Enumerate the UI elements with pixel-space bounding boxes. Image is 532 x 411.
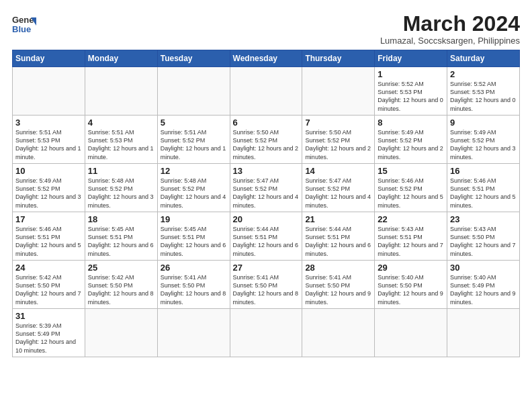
day-info: Sunrise: 5:49 AM Sunset: 5:52 PM Dayligh… [378, 128, 444, 161]
calendar-table: SundayMondayTuesdayWednesdayThursdayFrid… [12, 50, 520, 357]
generalblue-logo-icon: General Blue [12, 12, 36, 36]
day-info: Sunrise: 5:41 AM Sunset: 5:50 PM Dayligh… [161, 273, 227, 306]
day-number: 28 [305, 263, 371, 273]
day-number: 13 [233, 166, 300, 176]
day-number: 5 [161, 118, 227, 128]
calendar-cell [85, 67, 157, 116]
day-info: Sunrise: 5:42 AM Sunset: 5:50 PM Dayligh… [15, 273, 82, 306]
calendar-cell [302, 67, 375, 116]
location-subtitle: Lumazal, Soccsksargen, Philippines [380, 36, 520, 46]
calendar-week-2: 10Sunrise: 5:49 AM Sunset: 5:52 PM Dayli… [13, 164, 520, 212]
day-number: 16 [450, 166, 517, 176]
calendar-cell: 11Sunrise: 5:48 AM Sunset: 5:52 PM Dayli… [85, 164, 157, 212]
day-number: 20 [233, 214, 300, 224]
calendar-cell: 26Sunrise: 5:41 AM Sunset: 5:50 PM Dayli… [157, 261, 230, 309]
calendar-week-5: 31Sunrise: 5:39 AM Sunset: 5:49 PM Dayli… [13, 309, 520, 357]
day-number: 19 [161, 214, 227, 224]
day-number: 15 [378, 166, 444, 176]
calendar-cell: 28Sunrise: 5:41 AM Sunset: 5:50 PM Dayli… [302, 261, 375, 309]
calendar-cell: 4Sunrise: 5:51 AM Sunset: 5:53 PM Daylig… [85, 116, 157, 164]
calendar-header: SundayMondayTuesdayWednesdayThursdayFrid… [13, 50, 520, 67]
weekday-header-saturday: Saturday [447, 50, 520, 67]
calendar-cell: 16Sunrise: 5:46 AM Sunset: 5:51 PM Dayli… [447, 164, 520, 212]
day-number: 26 [161, 263, 227, 273]
calendar-cell: 29Sunrise: 5:40 AM Sunset: 5:50 PM Dayli… [375, 261, 447, 309]
calendar-cell [157, 309, 230, 357]
calendar-cell: 12Sunrise: 5:48 AM Sunset: 5:52 PM Dayli… [157, 164, 230, 212]
day-info: Sunrise: 5:45 AM Sunset: 5:51 PM Dayligh… [88, 225, 154, 258]
day-number: 17 [15, 214, 82, 224]
weekday-header-tuesday: Tuesday [157, 50, 230, 67]
calendar-cell: 3Sunrise: 5:51 AM Sunset: 5:53 PM Daylig… [13, 116, 85, 164]
day-number: 18 [88, 214, 154, 224]
day-number: 14 [305, 166, 371, 176]
day-number: 10 [15, 166, 82, 176]
day-info: Sunrise: 5:44 AM Sunset: 5:51 PM Dayligh… [233, 225, 300, 258]
calendar-cell: 25Sunrise: 5:42 AM Sunset: 5:50 PM Dayli… [85, 261, 157, 309]
day-number: 2 [450, 69, 517, 79]
day-number: 9 [450, 118, 517, 128]
day-number: 22 [378, 214, 444, 224]
weekday-header-monday: Monday [85, 50, 157, 67]
day-info: Sunrise: 5:50 AM Sunset: 5:52 PM Dayligh… [305, 128, 371, 161]
calendar-body: 1Sunrise: 5:52 AM Sunset: 5:53 PM Daylig… [13, 67, 520, 357]
day-info: Sunrise: 5:43 AM Sunset: 5:51 PM Dayligh… [378, 225, 444, 258]
calendar-cell: 23Sunrise: 5:43 AM Sunset: 5:50 PM Dayli… [447, 212, 520, 261]
day-number: 30 [450, 263, 517, 273]
day-info: Sunrise: 5:48 AM Sunset: 5:52 PM Dayligh… [88, 177, 154, 210]
calendar-cell: 9Sunrise: 5:49 AM Sunset: 5:52 PM Daylig… [447, 116, 520, 164]
day-number: 1 [378, 69, 444, 79]
calendar-cell: 17Sunrise: 5:46 AM Sunset: 5:51 PM Dayli… [13, 212, 85, 261]
weekday-header-thursday: Thursday [302, 50, 375, 67]
calendar-cell [85, 309, 157, 357]
calendar-cell: 13Sunrise: 5:47 AM Sunset: 5:52 PM Dayli… [230, 164, 302, 212]
day-number: 21 [305, 214, 371, 224]
day-info: Sunrise: 5:41 AM Sunset: 5:50 PM Dayligh… [233, 273, 300, 306]
header: General Blue March 2024 Lumazal, Soccsks… [12, 12, 520, 46]
calendar-cell: 18Sunrise: 5:45 AM Sunset: 5:51 PM Dayli… [85, 212, 157, 261]
day-info: Sunrise: 5:46 AM Sunset: 5:52 PM Dayligh… [378, 177, 444, 210]
day-info: Sunrise: 5:39 AM Sunset: 5:49 PM Dayligh… [15, 322, 82, 355]
logo: General Blue [12, 12, 36, 36]
svg-text:Blue: Blue [12, 24, 31, 34]
day-info: Sunrise: 5:43 AM Sunset: 5:50 PM Dayligh… [450, 225, 517, 258]
weekday-header-row: SundayMondayTuesdayWednesdayThursdayFrid… [13, 50, 520, 67]
day-number: 12 [161, 166, 227, 176]
day-info: Sunrise: 5:49 AM Sunset: 5:52 PM Dayligh… [450, 128, 517, 161]
day-number: 11 [88, 166, 154, 176]
calendar-cell [230, 67, 302, 116]
day-number: 27 [233, 263, 300, 273]
calendar-cell: 8Sunrise: 5:49 AM Sunset: 5:52 PM Daylig… [375, 116, 447, 164]
calendar-week-3: 17Sunrise: 5:46 AM Sunset: 5:51 PM Dayli… [13, 212, 520, 261]
calendar-cell: 21Sunrise: 5:44 AM Sunset: 5:51 PM Dayli… [302, 212, 375, 261]
day-info: Sunrise: 5:40 AM Sunset: 5:50 PM Dayligh… [378, 273, 444, 306]
calendar-cell: 10Sunrise: 5:49 AM Sunset: 5:52 PM Dayli… [13, 164, 85, 212]
month-title: March 2024 [380, 12, 520, 36]
calendar-cell [230, 309, 302, 357]
day-info: Sunrise: 5:51 AM Sunset: 5:53 PM Dayligh… [15, 128, 82, 161]
calendar-cell: 7Sunrise: 5:50 AM Sunset: 5:52 PM Daylig… [302, 116, 375, 164]
calendar-cell [13, 67, 85, 116]
weekday-header-friday: Friday [375, 50, 447, 67]
day-info: Sunrise: 5:47 AM Sunset: 5:52 PM Dayligh… [305, 177, 371, 210]
calendar-cell: 27Sunrise: 5:41 AM Sunset: 5:50 PM Dayli… [230, 261, 302, 309]
day-info: Sunrise: 5:52 AM Sunset: 5:53 PM Dayligh… [378, 80, 444, 113]
day-number: 31 [15, 311, 82, 321]
day-info: Sunrise: 5:41 AM Sunset: 5:50 PM Dayligh… [305, 273, 371, 306]
title-block: March 2024 Lumazal, Soccsksargen, Philip… [380, 12, 520, 46]
day-info: Sunrise: 5:48 AM Sunset: 5:52 PM Dayligh… [161, 177, 227, 210]
day-info: Sunrise: 5:40 AM Sunset: 5:49 PM Dayligh… [450, 273, 517, 306]
calendar-cell [157, 67, 230, 116]
calendar-cell: 20Sunrise: 5:44 AM Sunset: 5:51 PM Dayli… [230, 212, 302, 261]
calendar-week-4: 24Sunrise: 5:42 AM Sunset: 5:50 PM Dayli… [13, 261, 520, 309]
day-number: 25 [88, 263, 154, 273]
day-info: Sunrise: 5:46 AM Sunset: 5:51 PM Dayligh… [15, 225, 82, 258]
day-info: Sunrise: 5:50 AM Sunset: 5:52 PM Dayligh… [233, 128, 300, 161]
calendar-cell: 31Sunrise: 5:39 AM Sunset: 5:49 PM Dayli… [13, 309, 85, 357]
calendar-cell: 19Sunrise: 5:45 AM Sunset: 5:51 PM Dayli… [157, 212, 230, 261]
day-info: Sunrise: 5:51 AM Sunset: 5:52 PM Dayligh… [161, 128, 227, 161]
day-number: 8 [378, 118, 444, 128]
day-number: 7 [305, 118, 371, 128]
calendar-cell [375, 309, 447, 357]
calendar-cell: 1Sunrise: 5:52 AM Sunset: 5:53 PM Daylig… [375, 67, 447, 116]
